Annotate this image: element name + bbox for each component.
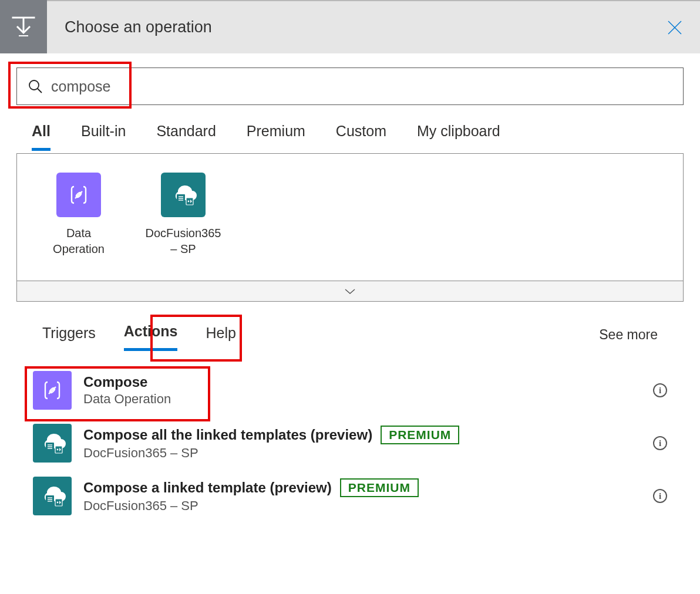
info-icon[interactable]: i bbox=[653, 489, 667, 503]
subtab-help[interactable]: Help bbox=[206, 320, 235, 350]
result-subtitle: Data Operation bbox=[83, 392, 171, 407]
tab-custom[interactable]: Custom bbox=[336, 123, 386, 151]
subtab-actions[interactable]: Actions bbox=[124, 318, 178, 351]
dialog-header: Choose an operation bbox=[0, 0, 700, 53]
close-button[interactable] bbox=[666, 19, 684, 39]
search-input[interactable] bbox=[51, 78, 672, 95]
result-compose[interactable]: Compose Data Operation i bbox=[16, 364, 684, 417]
tab-premium[interactable]: Premium bbox=[247, 123, 305, 151]
collapse-toggle[interactable] bbox=[17, 281, 683, 302]
result-title: Compose bbox=[83, 374, 147, 390]
svg-rect-23 bbox=[46, 495, 54, 505]
filter-tabs: All Built-in Standard Premium Custom My … bbox=[0, 112, 700, 151]
svg-point-28 bbox=[57, 502, 59, 504]
tab-clipboard[interactable]: My clipboard bbox=[417, 123, 500, 151]
svg-point-5 bbox=[29, 80, 39, 90]
search-icon bbox=[28, 79, 43, 94]
result-subtitle: DocFusion365 – SP bbox=[83, 446, 459, 461]
connector-panel: Data Operation DocFusion365 – SP bbox=[16, 153, 684, 302]
result-title: Compose all the linked templates (previe… bbox=[83, 427, 372, 443]
subtab-triggers[interactable]: Triggers bbox=[42, 320, 96, 350]
data-operation-icon bbox=[33, 371, 72, 410]
docfusion-icon bbox=[33, 424, 72, 463]
svg-point-14 bbox=[188, 201, 190, 203]
operation-type-icon bbox=[0, 0, 47, 53]
info-icon[interactable]: i bbox=[653, 436, 667, 450]
close-icon bbox=[666, 19, 684, 36]
search-box[interactable] bbox=[16, 68, 684, 105]
subtab-row: Triggers Actions Help See more bbox=[16, 318, 684, 351]
tab-standard[interactable]: Standard bbox=[156, 123, 216, 151]
tab-builtin[interactable]: Built-in bbox=[81, 123, 126, 151]
svg-rect-2 bbox=[19, 35, 28, 36]
svg-rect-27 bbox=[55, 499, 62, 506]
info-icon[interactable]: i bbox=[653, 383, 667, 397]
docfusion-icon bbox=[161, 173, 206, 217]
premium-badge: PREMIUM bbox=[340, 478, 419, 497]
chevron-down-icon bbox=[344, 287, 356, 295]
result-compose-linked[interactable]: Compose a linked template (preview) PREM… bbox=[16, 470, 684, 522]
connector-data-operation[interactable]: Data Operation bbox=[41, 173, 117, 257]
connector-label: DocFusion365 – SP bbox=[145, 225, 221, 257]
svg-point-22 bbox=[57, 449, 59, 451]
result-subtitle: DocFusion365 – SP bbox=[83, 498, 419, 514]
dialog-title: Choose an operation bbox=[65, 18, 212, 36]
connector-label: Data Operation bbox=[41, 225, 117, 257]
data-operation-icon bbox=[56, 173, 101, 217]
premium-badge: PREMIUM bbox=[381, 426, 459, 444]
see-more-link[interactable]: See more bbox=[599, 327, 658, 343]
result-compose-all-linked[interactable]: Compose all the linked templates (previe… bbox=[16, 417, 684, 470]
results-list: Compose Data Operation i Compose all the… bbox=[16, 364, 684, 522]
svg-rect-21 bbox=[55, 446, 62, 453]
svg-rect-9 bbox=[177, 194, 185, 204]
connector-docfusion[interactable]: DocFusion365 – SP bbox=[145, 173, 221, 257]
svg-line-6 bbox=[38, 89, 42, 93]
svg-rect-17 bbox=[46, 443, 54, 452]
svg-rect-13 bbox=[186, 198, 193, 205]
result-title: Compose a linked template (preview) bbox=[83, 480, 332, 496]
docfusion-icon bbox=[33, 477, 72, 515]
tab-all[interactable]: All bbox=[32, 123, 51, 151]
